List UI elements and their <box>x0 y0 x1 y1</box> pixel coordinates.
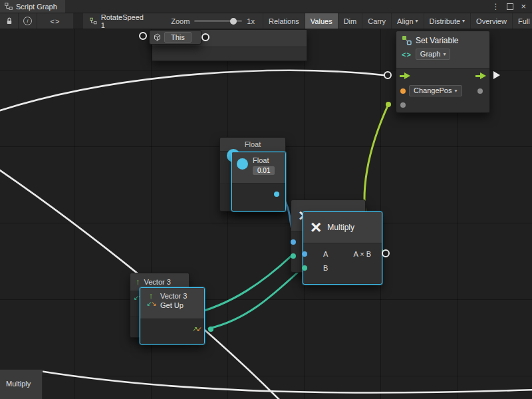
flow-out-port[interactable] <box>475 72 486 79</box>
float-value-field[interactable]: 0.01 <box>253 166 275 175</box>
window-menu-icon[interactable]: ⋮ <box>491 3 499 11</box>
output-value-port[interactable] <box>477 88 483 94</box>
maximize-icon[interactable] <box>507 3 513 10</box>
flow-in-endpoint[interactable] <box>384 71 392 79</box>
float-icon <box>237 158 248 170</box>
window-controls: ⋮ × <box>491 0 532 13</box>
graph-scope-icon: <> <box>402 51 412 59</box>
input-b-label: B <box>323 264 328 272</box>
info-button[interactable]: i <box>19 13 37 29</box>
node-title: Vector 3 <box>160 292 187 300</box>
graph-canvas[interactable]: This Set Variable <> Graph▾ <box>0 29 532 399</box>
input-a-label: A <box>323 250 328 258</box>
get-up-output-port[interactable] <box>208 327 213 332</box>
lock-icon <box>6 17 13 25</box>
wire-flow-top[interactable] <box>0 70 384 112</box>
node-title: Multiply <box>6 380 31 388</box>
graph-toolbar: i <> RotateSpeed 1 Zoom 1x Relatio <box>0 13 532 29</box>
input-a-port[interactable] <box>302 251 307 257</box>
node-header: × Multiply <box>303 212 382 243</box>
align-button[interactable]: Align▾ <box>391 13 423 29</box>
variable-name-port[interactable] <box>400 88 406 94</box>
chevron-down-icon: ▾ <box>462 18 465 24</box>
node-title: Multiply <box>327 223 354 232</box>
variable-name-dropdown[interactable]: ChangePos▾ <box>409 85 462 96</box>
overview-button[interactable]: Overview <box>470 13 512 29</box>
distribute-button[interactable]: Distribute▾ <box>424 13 470 29</box>
close-icon[interactable]: × <box>521 2 526 11</box>
chevron-down-icon: ▾ <box>455 86 458 95</box>
graph-name: RotateSpeed 1 <box>101 13 145 29</box>
dim-button[interactable]: Dim <box>338 13 362 29</box>
multiply-output-port[interactable] <box>382 249 390 257</box>
node-multiply[interactable]: × Multiply A A × B B <box>303 211 382 285</box>
tab-bar: Script Graph ⋮ × <box>0 0 532 13</box>
node-header: Set Variable <> Graph▾ <box>396 31 489 68</box>
vector-diag-icon: ↙↘ <box>147 301 156 307</box>
node-set-variable[interactable]: Set Variable <> Graph▾ ChangePos▾ <box>396 31 490 113</box>
tab-script-graph[interactable]: Script Graph <box>0 0 65 13</box>
input-b-port[interactable] <box>302 265 307 271</box>
node-title: Set Variable <box>416 36 458 45</box>
wire-getup-to-multiply-ghost[interactable] <box>190 255 292 315</box>
wire-getup-to-multiply-b[interactable] <box>209 267 303 329</box>
node-this[interactable]: This <box>149 30 201 45</box>
multiply-icon: × <box>311 218 321 237</box>
node-title: Vector 3 <box>144 278 171 286</box>
info-icon: i <box>23 17 32 25</box>
wire-flow-bottom[interactable] <box>40 371 532 393</box>
relations-button[interactable]: Relations <box>263 13 305 29</box>
chevron-down-icon: ▾ <box>416 18 418 24</box>
this-output-port[interactable] <box>201 33 209 41</box>
toolbar-buttons: Relations Values Dim Carry Align▾ Distri… <box>263 13 532 29</box>
vector3-icon: ↑ ↙↘ <box>146 292 156 307</box>
input-value-port[interactable] <box>400 102 406 108</box>
lock-button[interactable] <box>0 13 19 29</box>
value-wire-endpoint[interactable] <box>386 102 391 107</box>
input-b-port[interactable] <box>291 253 296 259</box>
flow-arrow-icon <box>493 71 500 79</box>
node-header: Float 0.01 <box>232 152 285 184</box>
input-a-port[interactable] <box>291 239 296 245</box>
script-graph-icon <box>5 3 13 10</box>
this-label: This <box>164 32 192 43</box>
up-arrow-icon: ↑ <box>136 278 140 286</box>
variable-scope-dropdown[interactable]: Graph▾ <box>416 49 451 60</box>
toolbar-main-group: RotateSpeed 1 Zoom 1x Relations Values D… <box>83 13 532 29</box>
toolbar-left-group: i <> <box>0 13 74 29</box>
flow-in-port[interactable] <box>400 72 410 79</box>
cube-icon <box>154 33 161 41</box>
zoom-control: Zoom 1x <box>171 17 255 25</box>
node-subtitle: Get Up <box>160 301 187 309</box>
zoom-label: Zoom <box>171 17 190 25</box>
float-output-port[interactable] <box>274 192 279 197</box>
chevron-down-icon: ▾ <box>443 50 446 59</box>
graph-asset-icon <box>90 17 97 25</box>
unity-script-graph-window: Script Graph ⋮ × i <> <box>0 0 532 399</box>
values-button[interactable]: Values <box>305 13 338 29</box>
zoom-slider[interactable] <box>194 20 242 22</box>
zoom-value: 1x <box>247 17 255 25</box>
node-multiply-corner[interactable]: Multiply <box>0 369 43 399</box>
tab-title: Script Graph <box>16 3 57 11</box>
fullscreen-button[interactable]: Full Screen <box>512 13 532 29</box>
up-arrow-icon: ↑ <box>149 292 154 300</box>
output-label: A × B <box>353 250 371 258</box>
node-header: ↑ ↙↘ Vector 3 Get Up <box>140 288 204 320</box>
code-preview-button[interactable]: <> <box>37 13 74 29</box>
loose-port[interactable] <box>139 32 147 40</box>
node-title: Float <box>253 156 275 164</box>
zoom-slider-thumb[interactable] <box>230 18 237 25</box>
carry-button[interactable]: Carry <box>362 13 391 29</box>
vector-result-icon: ↗↙ <box>192 326 201 332</box>
code-icon: <> <box>51 17 61 25</box>
node-float[interactable]: Float 0.01 <box>231 152 286 211</box>
graph-breadcrumb[interactable]: RotateSpeed 1 <box>83 13 151 29</box>
node-get-up[interactable]: ↑ ↙↘ Vector 3 Get Up ↗↙ <box>140 287 205 344</box>
set-variable-icon <box>402 35 412 45</box>
